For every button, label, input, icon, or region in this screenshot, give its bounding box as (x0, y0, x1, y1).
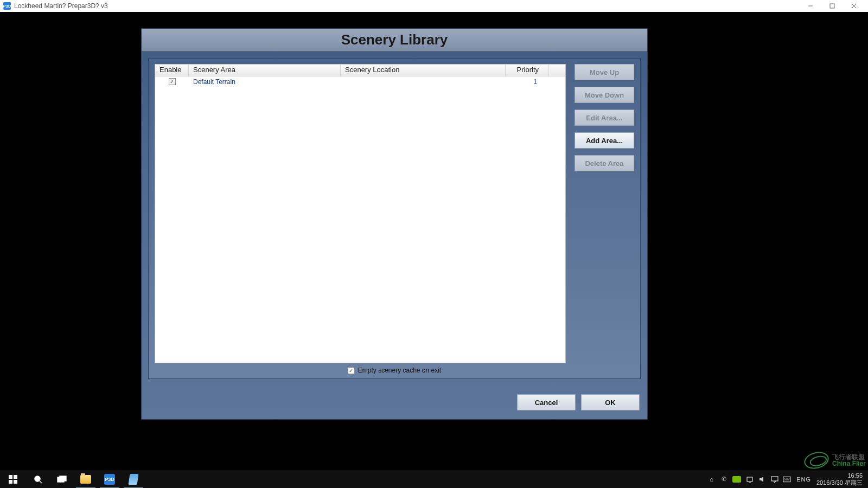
system-tray[interactable]: ⌂ ✆ (707, 475, 791, 483)
app-icon: P3D (3, 2, 11, 10)
move-down-button[interactable]: Move Down (575, 87, 634, 103)
dialog-body: Enable Scenery Area Scenery Location Pri… (148, 58, 641, 379)
dialog-footer: Cancel OK (517, 394, 640, 410)
empty-cache-option[interactable]: ✓ Empty scenery cache on exit (149, 367, 640, 374)
ok-button[interactable]: OK (581, 394, 640, 410)
column-spacer (549, 65, 565, 76)
empty-cache-checkbox[interactable]: ✓ (348, 367, 355, 374)
cancel-button[interactable]: Cancel (517, 394, 576, 410)
svg-point-5 (35, 476, 40, 481)
column-area[interactable]: Scenery Area (189, 65, 341, 76)
p3d-icon: P3D (104, 474, 115, 485)
window-minimize-button[interactable] (800, 0, 821, 12)
row-priority: 1 (506, 78, 549, 86)
start-button[interactable] (0, 470, 26, 489)
window-close-button[interactable] (843, 0, 865, 12)
row-area: Default Terrain (189, 78, 341, 86)
note-icon (129, 474, 139, 485)
usb-icon[interactable]: ⌂ (707, 475, 716, 483)
watermark-text-zh: 飞行者联盟 (832, 454, 866, 460)
scenery-list[interactable]: Enable Scenery Area Scenery Location Pri… (155, 64, 566, 363)
taskbar-app-prepar3d[interactable]: P3D (98, 470, 122, 489)
taskbar-app-notepad[interactable] (122, 470, 145, 489)
network-icon[interactable] (745, 475, 754, 483)
scenery-list-header: Enable Scenery Area Scenery Location Pri… (155, 65, 565, 76)
window-title: Lockheed Martin? Prepar3D? v3 (14, 2, 108, 10)
delete-area-button[interactable]: Delete Area (575, 155, 634, 171)
svg-rect-9 (771, 477, 778, 481)
svg-rect-1 (9, 475, 12, 479)
scenery-library-dialog: Scenery Library Enable Scenery Area Scen… (141, 28, 648, 420)
window-titlebar: P3D Lockheed Martin? Prepar3D? v3 (0, 0, 868, 12)
empty-cache-label: Empty scenery cache on exit (358, 367, 441, 374)
column-enable[interactable]: Enable (155, 65, 189, 76)
nvidia-icon[interactable] (732, 476, 741, 483)
svg-rect-2 (14, 475, 17, 479)
svg-rect-4 (14, 480, 17, 484)
keyboard-icon[interactable] (783, 475, 791, 483)
taskbar-date: 2016/3/30 星期三 (816, 479, 863, 486)
taskbar-clock[interactable]: 16:55 2016/3/30 星期三 (816, 472, 865, 485)
column-location[interactable]: Scenery Location (341, 65, 506, 76)
column-priority[interactable]: Priority (506, 65, 549, 76)
mouse-icon[interactable]: ✆ (720, 475, 728, 483)
add-area-button[interactable]: Add Area... (575, 132, 634, 149)
svg-rect-3 (9, 480, 12, 484)
folder-icon (80, 475, 91, 484)
watermark-text-en: China Flier (832, 460, 866, 467)
table-row[interactable]: ✓Default Terrain1 (155, 76, 565, 87)
client-area: Scenery Library Enable Scenery Area Scen… (0, 12, 868, 470)
volume-icon[interactable] (758, 475, 766, 483)
taskbar: P3D ⌂ ✆ ENG 16:55 2016/3/30 星期三 (0, 470, 868, 488)
watermark-logo-icon (802, 450, 831, 471)
task-view-button[interactable] (50, 470, 74, 489)
dialog-title: Scenery Library (142, 29, 647, 52)
ime-indicator[interactable]: ENG (796, 476, 811, 483)
svg-rect-7 (60, 476, 66, 481)
edit-area-button[interactable]: Edit Area... (575, 110, 634, 126)
side-button-stack: Move Up Move Down Edit Area... Add Area.… (575, 64, 634, 171)
taskbar-app-file-explorer[interactable] (74, 470, 98, 489)
move-up-button[interactable]: Move Up (575, 64, 634, 80)
svg-rect-10 (783, 477, 790, 481)
search-button[interactable] (26, 470, 50, 489)
action-center-icon[interactable] (770, 475, 778, 483)
svg-rect-0 (830, 4, 834, 8)
watermark: 飞行者联盟 China Flier (804, 452, 866, 468)
svg-rect-8 (747, 477, 752, 481)
taskbar-time: 16:55 (847, 472, 863, 479)
window-maximize-button[interactable] (821, 0, 843, 12)
row-enable-checkbox[interactable]: ✓ (169, 78, 176, 85)
